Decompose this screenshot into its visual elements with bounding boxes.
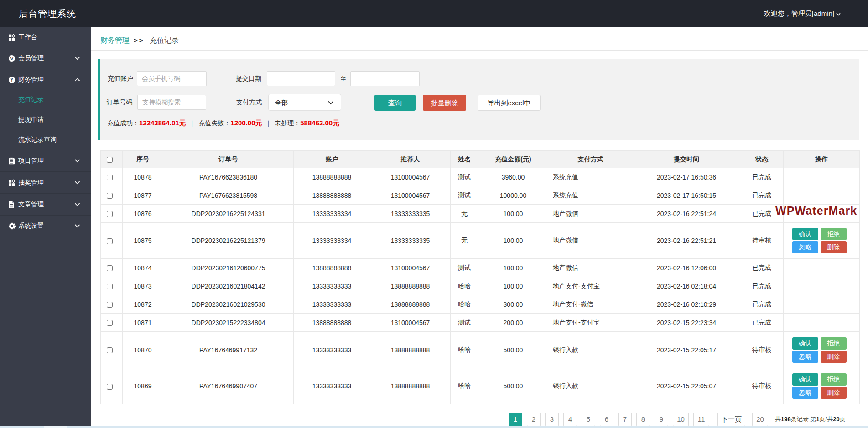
svg-text:¥: ¥: [10, 77, 13, 82]
svg-text:V: V: [10, 56, 14, 61]
